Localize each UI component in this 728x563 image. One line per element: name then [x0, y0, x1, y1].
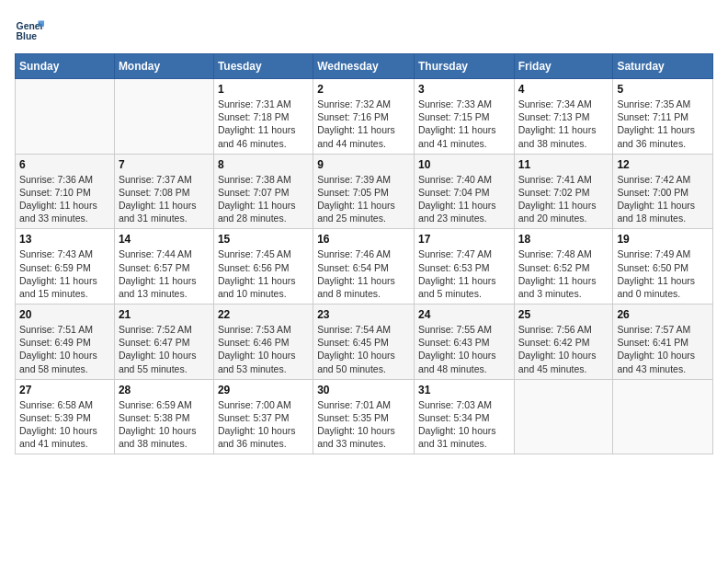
day-number: 22	[218, 308, 309, 321]
page-header: General Blue	[15, 15, 713, 44]
day-number: 10	[418, 158, 510, 171]
day-number: 28	[119, 384, 210, 396]
day-cell: 25Sunrise: 7:56 AM Sunset: 6:42 PM Dayli…	[514, 304, 613, 380]
day-number: 18	[518, 233, 609, 246]
day-cell: 3Sunrise: 7:33 AM Sunset: 7:15 PM Daylig…	[414, 79, 514, 155]
day-number: 20	[19, 308, 110, 321]
day-number: 8	[218, 158, 309, 171]
day-info: Sunrise: 7:00 AM Sunset: 5:37 PM Dayligh…	[218, 398, 309, 451]
day-info: Sunrise: 6:58 AM Sunset: 5:39 PM Dayligh…	[19, 398, 110, 451]
day-cell: 12Sunrise: 7:42 AM Sunset: 7:00 PM Dayli…	[613, 154, 713, 229]
day-cell: 5Sunrise: 7:35 AM Sunset: 7:11 PM Daylig…	[613, 79, 713, 155]
week-row-3: 13Sunrise: 7:43 AM Sunset: 6:59 PM Dayli…	[16, 229, 713, 304]
day-cell	[114, 79, 213, 155]
day-cell: 7Sunrise: 7:37 AM Sunset: 7:08 PM Daylig…	[114, 154, 213, 229]
day-cell: 26Sunrise: 7:57 AM Sunset: 6:41 PM Dayli…	[613, 304, 713, 380]
day-cell: 21Sunrise: 7:52 AM Sunset: 6:47 PM Dayli…	[114, 304, 213, 380]
week-row-1: 1Sunrise: 7:31 AM Sunset: 7:18 PM Daylig…	[16, 79, 713, 155]
day-cell	[613, 379, 713, 454]
day-cell: 11Sunrise: 7:41 AM Sunset: 7:02 PM Dayli…	[514, 154, 613, 229]
day-number: 3	[418, 83, 510, 96]
day-cell	[514, 379, 613, 454]
day-info: Sunrise: 7:51 AM Sunset: 6:49 PM Dayligh…	[19, 323, 110, 375]
day-number: 27	[19, 384, 110, 396]
day-cell: 31Sunrise: 7:03 AM Sunset: 5:34 PM Dayli…	[414, 379, 514, 454]
day-number: 4	[518, 83, 609, 96]
day-number: 25	[518, 308, 609, 321]
day-cell: 16Sunrise: 7:46 AM Sunset: 6:54 PM Dayli…	[313, 229, 415, 304]
day-cell	[16, 79, 115, 155]
day-cell: 8Sunrise: 7:38 AM Sunset: 7:07 PM Daylig…	[213, 154, 313, 229]
day-number: 1	[218, 83, 309, 96]
day-info: Sunrise: 7:52 AM Sunset: 6:47 PM Dayligh…	[119, 323, 210, 375]
day-number: 7	[119, 158, 210, 171]
day-number: 15	[218, 233, 309, 246]
day-number: 31	[418, 384, 510, 396]
day-info: Sunrise: 7:35 AM Sunset: 7:11 PM Dayligh…	[617, 98, 709, 150]
day-info: Sunrise: 7:45 AM Sunset: 6:56 PM Dayligh…	[218, 247, 309, 300]
day-info: Sunrise: 7:48 AM Sunset: 6:52 PM Dayligh…	[518, 247, 609, 300]
day-number: 5	[617, 83, 709, 96]
column-header-sunday: Sunday	[16, 54, 115, 79]
day-cell: 30Sunrise: 7:01 AM Sunset: 5:35 PM Dayli…	[313, 379, 415, 454]
day-number: 17	[418, 233, 510, 246]
day-cell: 19Sunrise: 7:49 AM Sunset: 6:50 PM Dayli…	[613, 229, 713, 304]
day-info: Sunrise: 7:39 AM Sunset: 7:05 PM Dayligh…	[317, 173, 410, 225]
day-info: Sunrise: 7:37 AM Sunset: 7:08 PM Dayligh…	[119, 173, 210, 225]
day-number: 13	[19, 233, 110, 246]
day-number: 19	[617, 233, 709, 246]
column-header-friday: Friday	[514, 54, 613, 79]
day-number: 12	[617, 158, 709, 171]
day-cell: 24Sunrise: 7:55 AM Sunset: 6:43 PM Dayli…	[414, 304, 514, 380]
day-info: Sunrise: 7:31 AM Sunset: 7:18 PM Dayligh…	[218, 98, 309, 150]
day-cell: 4Sunrise: 7:34 AM Sunset: 7:13 PM Daylig…	[514, 79, 613, 155]
column-header-wednesday: Wednesday	[313, 54, 415, 79]
day-info: Sunrise: 7:42 AM Sunset: 7:00 PM Dayligh…	[617, 173, 709, 225]
week-row-2: 6Sunrise: 7:36 AM Sunset: 7:10 PM Daylig…	[16, 154, 713, 229]
day-number: 26	[617, 308, 709, 321]
column-header-saturday: Saturday	[613, 54, 713, 79]
day-cell: 27Sunrise: 6:58 AM Sunset: 5:39 PM Dayli…	[16, 379, 115, 454]
week-row-5: 27Sunrise: 6:58 AM Sunset: 5:39 PM Dayli…	[16, 379, 713, 454]
logo: General Blue	[15, 15, 48, 44]
day-info: Sunrise: 7:43 AM Sunset: 6:59 PM Dayligh…	[19, 247, 110, 300]
calendar-table: SundayMondayTuesdayWednesdayThursdayFrid…	[15, 53, 713, 454]
day-cell: 18Sunrise: 7:48 AM Sunset: 6:52 PM Dayli…	[514, 229, 613, 304]
day-info: Sunrise: 7:32 AM Sunset: 7:16 PM Dayligh…	[317, 98, 410, 150]
day-number: 2	[317, 83, 410, 96]
day-cell: 1Sunrise: 7:31 AM Sunset: 7:18 PM Daylig…	[213, 79, 313, 155]
day-info: Sunrise: 7:54 AM Sunset: 6:45 PM Dayligh…	[317, 323, 410, 375]
day-cell: 2Sunrise: 7:32 AM Sunset: 7:16 PM Daylig…	[313, 79, 415, 155]
day-cell: 28Sunrise: 6:59 AM Sunset: 5:38 PM Dayli…	[114, 379, 213, 454]
header-row: SundayMondayTuesdayWednesdayThursdayFrid…	[16, 54, 713, 79]
day-number: 6	[19, 158, 110, 171]
day-info: Sunrise: 7:55 AM Sunset: 6:43 PM Dayligh…	[418, 323, 510, 375]
day-cell: 20Sunrise: 7:51 AM Sunset: 6:49 PM Dayli…	[16, 304, 115, 380]
day-cell: 9Sunrise: 7:39 AM Sunset: 7:05 PM Daylig…	[313, 154, 415, 229]
day-cell: 13Sunrise: 7:43 AM Sunset: 6:59 PM Dayli…	[16, 229, 115, 304]
svg-text:Blue: Blue	[17, 31, 38, 41]
day-cell: 15Sunrise: 7:45 AM Sunset: 6:56 PM Dayli…	[213, 229, 313, 304]
day-info: Sunrise: 7:57 AM Sunset: 6:41 PM Dayligh…	[617, 323, 709, 375]
day-info: Sunrise: 7:36 AM Sunset: 7:10 PM Dayligh…	[19, 173, 110, 225]
day-cell: 10Sunrise: 7:40 AM Sunset: 7:04 PM Dayli…	[414, 154, 514, 229]
column-header-monday: Monday	[114, 54, 213, 79]
day-number: 24	[418, 308, 510, 321]
day-info: Sunrise: 7:40 AM Sunset: 7:04 PM Dayligh…	[418, 173, 510, 225]
day-info: Sunrise: 7:33 AM Sunset: 7:15 PM Dayligh…	[418, 98, 510, 150]
logo-icon: General Blue	[15, 15, 44, 44]
day-info: Sunrise: 7:41 AM Sunset: 7:02 PM Dayligh…	[518, 173, 609, 225]
day-info: Sunrise: 7:01 AM Sunset: 5:35 PM Dayligh…	[317, 398, 410, 451]
day-info: Sunrise: 7:47 AM Sunset: 6:53 PM Dayligh…	[418, 247, 510, 300]
day-info: Sunrise: 7:46 AM Sunset: 6:54 PM Dayligh…	[317, 247, 410, 300]
day-info: Sunrise: 7:49 AM Sunset: 6:50 PM Dayligh…	[617, 247, 709, 300]
day-info: Sunrise: 7:53 AM Sunset: 6:46 PM Dayligh…	[218, 323, 309, 375]
day-number: 23	[317, 308, 410, 321]
day-info: Sunrise: 6:59 AM Sunset: 5:38 PM Dayligh…	[119, 398, 210, 451]
day-cell: 17Sunrise: 7:47 AM Sunset: 6:53 PM Dayli…	[414, 229, 514, 304]
day-info: Sunrise: 7:03 AM Sunset: 5:34 PM Dayligh…	[418, 398, 510, 451]
day-info: Sunrise: 7:44 AM Sunset: 6:57 PM Dayligh…	[119, 247, 210, 300]
column-header-thursday: Thursday	[414, 54, 514, 79]
day-number: 9	[317, 158, 410, 171]
day-cell: 14Sunrise: 7:44 AM Sunset: 6:57 PM Dayli…	[114, 229, 213, 304]
